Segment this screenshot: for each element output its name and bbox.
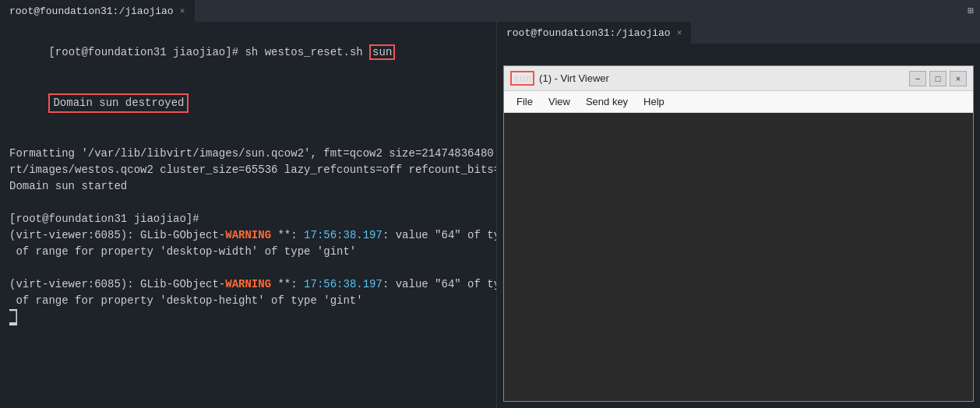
timestamp2: 17:56:38.197 [304,278,382,290]
win-controls: − □ × [909,71,967,86]
format-line2: rt/images/westos.qcow2 cluster_size=6553… [9,162,487,178]
warning-line2b: of range for property 'desktop-height' o… [9,293,487,309]
close-button[interactable]: × [950,71,967,86]
sun-highlight: sun [369,44,395,60]
domain-started: Domain sun started [9,178,487,195]
warning-suffix2: : value "64" of type 'gint' is invalid o… [382,278,497,290]
tab-bar-left: root@foundation31:/jiaojiao ✕ ⊞ [0,0,980,22]
menu-sendkey[interactable]: Send key [580,94,634,109]
blank3 [9,260,487,276]
warning-suffix1: : value "64" of type 'gint' is invalid o… [382,229,497,241]
main-area: [root@foundation31 jiaojiao]# sh westos_… [0,22,980,408]
warning-line2: (virt-viewer:6085): GLib-GObject-WARNING… [9,276,487,293]
tab-right-close[interactable]: ✕ [677,29,682,37]
tab-left-close[interactable]: ✕ [180,7,185,16]
blank1 [9,129,487,146]
virt-viewer-prefix2: (virt-viewer:6085): GLib-GObject- [9,278,225,290]
prompt: [root@foundation31 jiaojiao]# sh westos_… [48,46,369,58]
timestamp1: 17:56:38.197 [304,229,382,241]
terminal-left[interactable]: [root@foundation31 jiaojiao]# sh westos_… [0,22,497,408]
right-terminal-top [497,44,980,65]
warning-mid1: **: [271,229,304,241]
virt-viewer-titlebar: sun (1) - Virt Viewer − □ × [504,66,973,91]
cmd-line: [root@foundation31 jiaojiao]# sh westos_… [9,28,487,77]
terminal-icon: ⊞ [968,5,974,17]
tab-right-label: root@foundation31:/jiaojiao [506,27,671,39]
cursor-line: █ [9,309,487,325]
warning-label2: WARNING [225,278,271,290]
minimize-button[interactable]: − [909,71,926,86]
menu-file[interactable]: File [510,94,539,109]
tab-left-label: root@foundation31:/jiaojiao [9,5,174,17]
right-tab-bar: root@foundation31:/jiaojiao ✕ [497,22,980,44]
warning-line1b: of range for property 'desktop-width' of… [9,244,487,260]
warning-mid2: **: [271,278,304,290]
menu-view[interactable]: View [542,94,576,109]
virt-viewer-content[interactable] [504,113,973,401]
tab-right-terminal[interactable]: root@foundation31:/jiaojiao ✕ [497,22,691,44]
virt-viewer-title-rest: (1) - Virt Viewer [536,72,608,84]
prompt2: [root@foundation31 jiaojiao]# [9,211,487,227]
domain-destroyed: Domain sun destroyed [48,93,189,113]
warning-line1: (virt-viewer:6085): GLib-GObject-WARNING… [9,227,487,244]
virt-viewer-title-sun: sun [510,71,534,86]
virt-viewer-title: sun (1) - Virt Viewer [510,71,609,86]
cursor: █ [9,309,17,325]
tab-left-terminal[interactable]: root@foundation31:/jiaojiao ✕ [0,0,195,22]
warning-label1: WARNING [225,229,271,241]
virt-viewer-window: sun (1) - Virt Viewer − □ × File View Se… [503,65,974,402]
terminal-right: root@foundation31:/jiaojiao ✕ sun (1) - … [497,22,980,408]
virt-viewer-prefix1: (virt-viewer:6085): GLib-GObject- [9,229,225,241]
tab-bar-icons: ⊞ [961,0,980,22]
format-line1: Formatting '/var/lib/libvirt/images/sun.… [9,146,487,162]
domain-destroyed-line: Domain sun destroyed [9,77,487,129]
blank2 [9,195,487,211]
virt-viewer-menubar: File View Send key Help [504,91,973,113]
restore-button[interactable]: □ [929,71,947,86]
menu-help[interactable]: Help [637,94,671,109]
